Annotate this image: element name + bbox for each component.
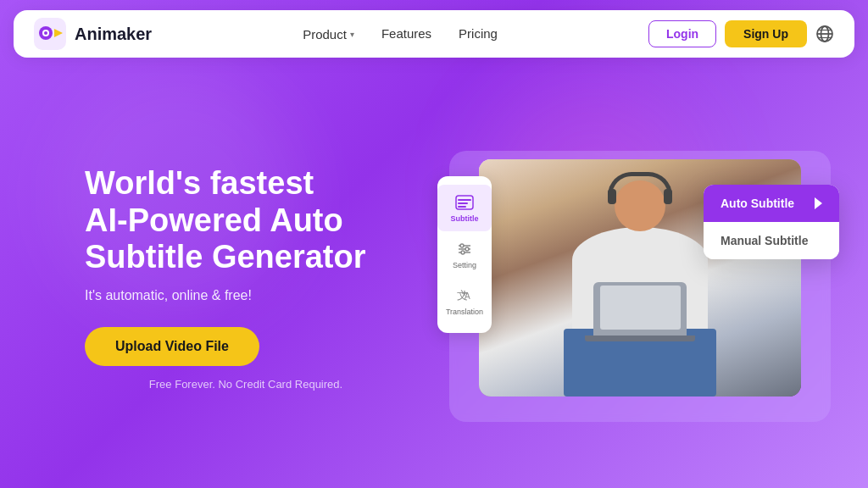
app-preview: Subtitle Setting <box>424 134 831 422</box>
setting-icon <box>455 240 474 258</box>
subtitle-label: Subtitle <box>451 214 479 223</box>
sidebar-subtitle-item[interactable]: Subtitle <box>437 185 492 231</box>
nav-links: Product ▾ Features Pricing <box>303 26 498 42</box>
auto-subtitle-option[interactable]: Auto Subtitle <box>704 185 839 222</box>
hero-section: World's fastest AI-Powered Auto Subtitle… <box>0 68 868 488</box>
subtitle-icon <box>455 193 474 212</box>
hero-title: World's fastest AI-Powered Auto Subtitle… <box>85 165 407 276</box>
hero-right: Subtitle Setting <box>424 134 831 422</box>
svg-rect-11 <box>458 199 471 201</box>
svg-point-18 <box>465 247 469 251</box>
navbar: Animaker Product ▾ Features Pricing Logi… <box>14 10 854 58</box>
sidebar-translation-item[interactable]: 文 A Translation <box>437 278 492 324</box>
logo-area: Animaker <box>34 18 152 50</box>
hero-note: Free Forever. No Credit Card Required. <box>85 378 407 391</box>
globe-icon <box>815 25 834 43</box>
language-button[interactable] <box>815 25 834 43</box>
svg-rect-12 <box>458 202 468 204</box>
sidebar-setting-item[interactable]: Setting <box>437 231 492 278</box>
hero-left: World's fastest AI-Powered Auto Subtitle… <box>85 165 407 391</box>
setting-label: Setting <box>453 261 476 269</box>
sidebar-panel: Subtitle Setting <box>437 176 492 333</box>
nav-features-link[interactable]: Features <box>381 26 431 41</box>
signup-button[interactable]: Sign Up <box>725 20 807 47</box>
svg-point-19 <box>461 251 465 254</box>
subtitle-dropdown: Auto Subtitle Manual Subtitle <box>704 185 839 259</box>
svg-rect-13 <box>458 206 466 208</box>
cursor-arrow-icon <box>815 197 822 209</box>
nav-actions: Login Sign Up <box>648 20 834 47</box>
upload-video-button[interactable]: Upload Video File <box>85 327 259 366</box>
nav-product-link[interactable]: Product ▾ <box>303 27 354 42</box>
svg-point-3 <box>44 31 47 35</box>
manual-subtitle-option[interactable]: Manual Subtitle <box>704 222 839 259</box>
hero-subtitle: It's automatic, online & free! <box>85 288 407 303</box>
logo-icon <box>34 18 66 50</box>
translation-icon: 文 A <box>455 286 474 305</box>
chevron-down-icon: ▾ <box>350 30 354 39</box>
logo-text: Animaker <box>75 25 152 44</box>
login-button[interactable]: Login <box>648 20 716 47</box>
translation-label: Translation <box>446 308 483 316</box>
nav-pricing-link[interactable]: Pricing <box>459 26 498 41</box>
svg-point-17 <box>460 244 464 247</box>
